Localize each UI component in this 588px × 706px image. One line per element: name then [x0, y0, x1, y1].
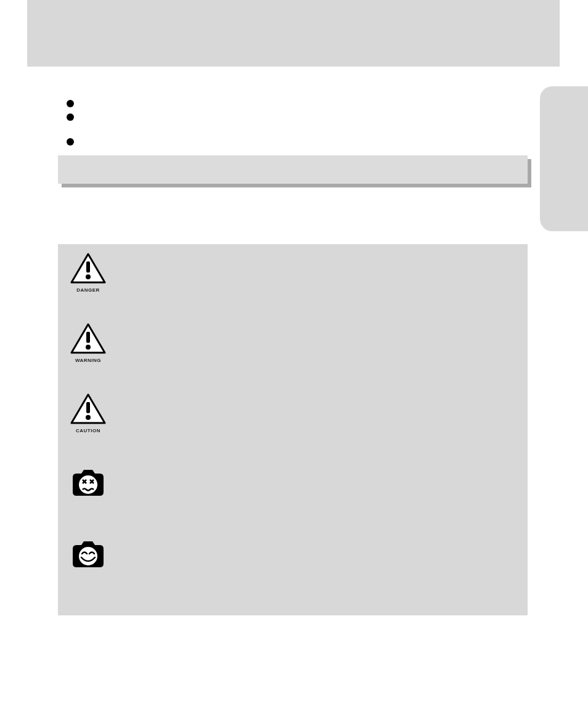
camera-sad-icon [69, 466, 107, 501]
callout-box [58, 155, 528, 184]
caution-icon: CAUTION [69, 393, 107, 433]
symbol-row-yes [69, 538, 513, 572]
manual-page: DANGER WARNING [0, 0, 588, 706]
symbol-row-warning: WARNING [69, 323, 513, 363]
top-banner [27, 0, 560, 67]
symbol-panel: DANGER WARNING [58, 244, 528, 615]
symbol-row-caution: CAUTION [69, 393, 513, 433]
danger-label: DANGER [69, 287, 107, 293]
bullet-item [67, 97, 510, 111]
svg-rect-2 [86, 332, 90, 343]
caution-label: CAUTION [69, 428, 107, 433]
side-tab [540, 86, 588, 231]
svg-rect-0 [86, 261, 90, 273]
warning-icon: WARNING [69, 323, 107, 363]
danger-icon: DANGER [69, 253, 107, 293]
warning-label: WARNING [69, 358, 107, 363]
svg-rect-4 [86, 402, 90, 413]
svg-point-11 [79, 547, 97, 565]
svg-point-3 [86, 345, 91, 350]
symbol-row-danger: DANGER [69, 253, 513, 293]
camera-happy-icon [69, 538, 107, 572]
callout-content [58, 155, 528, 184]
bullet-item [67, 136, 510, 149]
svg-point-1 [86, 274, 91, 279]
bullet-list [67, 97, 510, 149]
svg-point-5 [86, 415, 91, 420]
bullet-item [67, 111, 510, 125]
symbol-row-no [69, 466, 513, 501]
